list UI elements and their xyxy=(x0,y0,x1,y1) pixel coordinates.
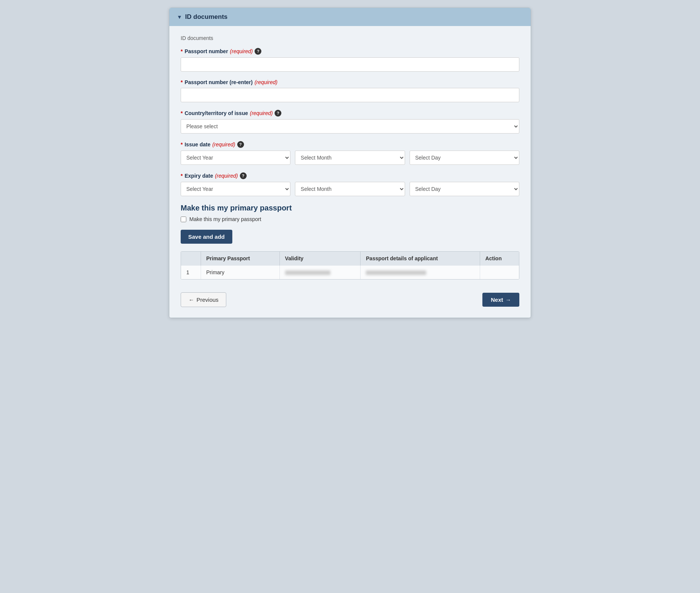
footer-navigation: Previous Next xyxy=(181,289,519,309)
passport-reenter-label-text: Passport number (re-enter) xyxy=(184,79,252,85)
issue-date-required-text: (required) xyxy=(212,141,235,147)
issue-date-row: Select Year Select Month Select Day xyxy=(181,151,519,165)
passport-table: Primary Passport Validity Passport detai… xyxy=(181,252,519,279)
next-arrow-icon xyxy=(505,296,511,303)
country-group: * Country/territory of issue (required) … xyxy=(181,110,519,134)
passport-number-required-text: (required) xyxy=(230,48,253,54)
section-label: ID documents xyxy=(181,35,519,41)
primary-passport-checkbox[interactable] xyxy=(181,217,186,222)
table-header-row: Primary Passport Validity Passport detai… xyxy=(181,252,519,266)
next-label: Next xyxy=(491,296,503,303)
passport-reenter-label: * Passport number (re-enter) (required) xyxy=(181,79,519,85)
panel-body: ID documents * Passport number (required… xyxy=(169,26,531,318)
passport-details-cell xyxy=(361,266,480,280)
country-label: * Country/territory of issue (required) … xyxy=(181,110,519,117)
issue-date-label-text: Issue date xyxy=(184,141,210,147)
passport-table-section: Primary Passport Validity Passport detai… xyxy=(181,251,519,280)
expiry-date-label: * Expiry date (required) ? xyxy=(181,172,519,179)
prev-arrow-icon xyxy=(189,296,194,303)
primary-passport-section: Make this my primary passport Make this … xyxy=(181,204,519,222)
passport-number-group: * Passport number (required) ? xyxy=(181,48,519,72)
row-num-cell: 1 xyxy=(181,266,201,280)
passport-number-input[interactable] xyxy=(181,57,519,72)
col-action: Action xyxy=(480,252,519,266)
expiry-month-select[interactable]: Select Month xyxy=(295,182,405,196)
passport-number-label: * Passport number (required) ? xyxy=(181,48,519,55)
required-star-2: * xyxy=(181,79,183,85)
expiry-date-row: Select Year Select Month Select Day xyxy=(181,182,519,196)
previous-label: Previous xyxy=(196,296,218,303)
expiry-year-select[interactable]: Select Year xyxy=(181,182,290,196)
expiry-date-required-text: (required) xyxy=(215,173,238,179)
passport-reenter-input[interactable] xyxy=(181,88,519,102)
issue-date-label: * Issue date (required) ? xyxy=(181,141,519,148)
expiry-date-label-text: Expiry date xyxy=(184,173,213,179)
passport-number-label-text: Passport number xyxy=(184,48,228,54)
required-star-4: * xyxy=(181,141,183,147)
country-select[interactable]: Please select xyxy=(181,119,519,134)
required-star-3: * xyxy=(181,110,183,116)
primary-passport-checkbox-row: Make this my primary passport xyxy=(181,216,519,222)
issue-date-help-icon[interactable]: ? xyxy=(237,141,244,148)
country-label-text: Country/territory of issue xyxy=(184,110,248,116)
expiry-day-select[interactable]: Select Day xyxy=(410,182,519,196)
panel-title: ID documents xyxy=(185,13,227,21)
panel-header: ▼ ID documents xyxy=(169,8,531,26)
country-help-icon[interactable]: ? xyxy=(275,110,281,117)
expiry-date-group: * Expiry date (required) ? Select Year S… xyxy=(181,172,519,196)
issue-year-select[interactable]: Select Year xyxy=(181,151,290,165)
table-row: 1 Primary xyxy=(181,266,519,280)
save-and-add-button[interactable]: Save and add xyxy=(181,230,232,244)
main-container: ▼ ID documents ID documents * Passport n… xyxy=(169,8,531,318)
issue-day-select[interactable]: Select Day xyxy=(410,151,519,165)
country-required-text: (required) xyxy=(250,110,273,116)
col-num xyxy=(181,252,201,266)
primary-passport-checkbox-label[interactable]: Make this my primary passport xyxy=(189,216,261,222)
col-validity: Validity xyxy=(279,252,361,266)
passport-reenter-group: * Passport number (re-enter) (required) xyxy=(181,79,519,102)
issue-date-group: * Issue date (required) ? Select Year Se… xyxy=(181,141,519,165)
required-star-5: * xyxy=(181,173,183,179)
col-passport-details: Passport details of applicant xyxy=(361,252,480,266)
passport-number-help-icon[interactable]: ? xyxy=(255,48,261,55)
collapse-arrow-icon[interactable]: ▼ xyxy=(177,14,182,20)
primary-passport-cell: Primary xyxy=(201,266,279,280)
col-primary-passport: Primary Passport xyxy=(201,252,279,266)
action-cell xyxy=(480,266,519,280)
required-star-1: * xyxy=(181,48,183,54)
passport-reenter-required-text: (required) xyxy=(255,79,278,85)
previous-button[interactable]: Previous xyxy=(181,292,226,307)
primary-passport-heading: Make this my primary passport xyxy=(181,204,519,212)
next-button[interactable]: Next xyxy=(482,293,519,307)
validity-cell xyxy=(279,266,361,280)
issue-month-select[interactable]: Select Month xyxy=(295,151,405,165)
expiry-date-help-icon[interactable]: ? xyxy=(240,172,247,179)
